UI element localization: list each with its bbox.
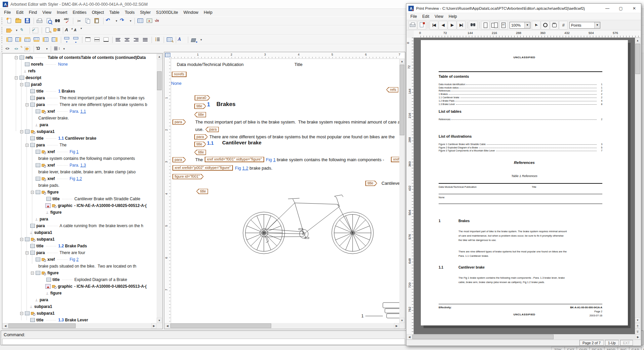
fig-link[interactable]: Fig [266,157,273,162]
validate-markup-icon[interactable] [31,26,40,35]
tree-row[interactable]: title ········1.1 Cantilever brake [3,135,157,142]
minimize-button[interactable]: — [601,4,614,13]
xref-tag[interactable]: xref xrefid="p002" xidtype="figure" [172,165,233,171]
editor-content[interactable]: Data module/Technical Publication Title … [164,52,400,323]
tree-row[interactable]: − subpara1 [3,128,157,135]
scrollbar-thumb[interactable] [635,44,640,74]
page-width-view-icon[interactable] [499,21,508,30]
menu-item[interactable]: View [40,9,54,15]
tree-collapse-icon[interactable]: − [26,251,29,254]
status-layout-indicator[interactable]: 1-Up [605,340,619,346]
scroll-left-arrow[interactable]: ◀ [3,323,8,328]
undo-dropdown[interactable] [114,17,119,25]
editor-vertical-scrollbar[interactable]: ▲ ▼ [399,59,405,323]
tree-row[interactable]: ⊥ subpara1 [3,303,157,310]
tree-row[interactable]: title ········1 Brakes [3,88,157,95]
scrollbar-thumb[interactable] [157,71,162,90]
title-close-tag[interactable]: title [194,112,206,117]
tree-row[interactable]: Cantilever brake. [3,115,157,121]
insert-symbol-icon[interactable] [35,45,44,53]
scroll-down-arrow[interactable]: ▼ [399,318,405,323]
scroll-up-arrow[interactable]: ▲ [399,59,405,64]
none-link[interactable]: None [171,80,182,86]
scroll-down-arrow[interactable]: ▼ [157,318,162,323]
tree-row[interactable]: para ········The most important part of … [3,95,157,101]
tree-collapse-icon[interactable]: − [20,130,23,133]
preview-vertical-scrollbar[interactable]: ▲ ▼ ± ∓ [635,38,641,334]
tree-row[interactable]: − para ········There are nine different … [3,101,157,108]
two-page-view-icon[interactable] [490,21,499,30]
scrollbar-thumb[interactable] [8,323,76,328]
tree-row[interactable]: brake pads situated on the bike. Two are… [3,263,157,270]
paste-icon[interactable] [93,17,102,25]
tree-row[interactable]: xref ········Para. 1.1 [3,108,157,115]
tree-collapse-icon[interactable]: − [31,191,34,194]
tree-row[interactable]: ⊥ subpara1 [3,229,157,236]
spell-check-icon[interactable] [63,17,72,25]
split-cell-down-icon[interactable] [63,36,72,44]
tree-row[interactable]: − figure [3,270,157,276]
pointer-tool-icon[interactable] [532,21,540,30]
refs-close-tag[interactable]: refs [386,87,398,93]
toolbar-grip[interactable] [1,36,3,43]
previous-page-button[interactable]: ◀ [439,21,447,30]
tree-collapse-icon[interactable]: − [15,76,18,79]
cell-edit-icon[interactable] [165,36,174,44]
tree-row[interactable]: ⊥ figure [3,209,157,216]
previous-page-icon[interactable]: ± [635,323,640,328]
scroll-right-arrow[interactable]: ▶ [394,323,399,328]
title-open-tag[interactable]: title [194,142,206,147]
menu-item[interactable]: Edit [13,9,26,15]
copy-icon[interactable] [84,17,93,25]
outline-icon[interactable] [153,36,162,44]
scroll-up-arrow[interactable]: ▲ [635,38,640,43]
edit-tag-icon[interactable] [19,26,28,35]
line-spacing-dropdown[interactable] [62,45,67,53]
tree-row[interactable]: brake lever, brake cable, brake arm, bra… [3,169,157,175]
para-close-tag[interactable]: para [205,127,219,132]
align-justify-icon[interactable] [141,36,150,44]
tree-row[interactable]: norefs ········None [3,61,157,68]
tree-row[interactable]: graphic - ICN-AE-A-A10000-0-U8025-00513-… [3,283,157,290]
pan-tool-icon[interactable] [550,21,559,30]
undo-icon[interactable] [105,17,114,25]
tree-row[interactable]: − refs ········Table of contentsTable of… [3,54,157,61]
tree-row[interactable]: ⊥ figure [3,290,157,296]
table-icon-1[interactable] [5,36,14,44]
tree-row[interactable]: title ········1.2 Brake Pads [3,243,157,249]
tag-display-icon[interactable] [23,45,32,53]
tree-row[interactable]: − para ········There are four [3,249,157,256]
tree-row[interactable]: brake system contains the following main… [3,155,157,162]
preview-menu-item[interactable]: Help [446,13,460,20]
find-icon[interactable] [53,17,63,25]
table-icon-2[interactable] [14,36,23,44]
menu-item[interactable]: Insert [54,9,70,15]
new-document-icon[interactable]: ✱ [5,17,14,25]
preview-titlebar[interactable]: A Print Preview - C:\Users\Russell\AppDa… [406,4,641,13]
menu-item[interactable]: Styler [137,9,153,15]
insert-equation-icon[interactable] [154,17,163,25]
tag-attributes-icon[interactable] [52,26,62,35]
scrollbar-thumb[interactable] [412,335,554,339]
scroll-up-arrow[interactable]: ▲ [157,54,162,59]
align-right-icon[interactable] [132,36,141,44]
scroll-left-arrow[interactable]: ◀ [165,323,170,328]
editor-horizontal-scrollbar[interactable]: ◀ ▶ [165,323,399,328]
tree-row[interactable]: − descript [3,74,157,81]
tree-row[interactable]: xref ········Fig 1 [3,148,157,155]
tree-row[interactable]: title ········Cantilever Brake with Stra… [3,196,157,202]
tree-row[interactable]: − subpara1 [3,310,157,317]
tree-row[interactable]: ⊥ refs [3,68,157,74]
title-open-tag[interactable]: title [194,104,206,109]
show-markup-icon[interactable] [5,45,14,53]
table-icon-4[interactable] [32,36,41,44]
scroll-right-arrow[interactable]: ▶ [151,323,157,328]
border-top-icon[interactable] [84,36,93,44]
tree-row[interactable]: xref ········Fig 2 [3,256,157,263]
tree-vertical-scrollbar[interactable]: ▲ ▼ [157,54,162,323]
line-spacing-icon[interactable] [52,45,62,53]
zoom-tool-icon[interactable] [541,21,550,30]
open-document-icon[interactable] [14,17,23,25]
fig-link-number[interactable]: 1 [273,157,276,162]
norefs-tag[interactable]: norefs [172,72,187,77]
